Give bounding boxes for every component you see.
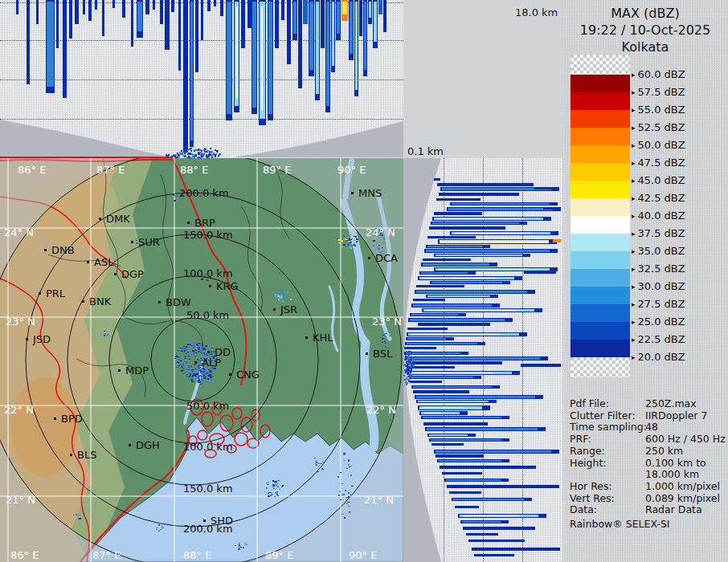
echo-speckle bbox=[343, 244, 346, 246]
echo-speckle bbox=[321, 468, 323, 469]
echo-speckle bbox=[350, 247, 352, 249]
echo-speckle bbox=[378, 245, 380, 246]
echo-speckle bbox=[347, 502, 350, 503]
legend-swatch bbox=[571, 269, 630, 287]
echo-speckle bbox=[266, 483, 268, 483]
echo-speckle bbox=[184, 361, 186, 362]
echo-speckle bbox=[182, 360, 183, 360]
echo-row bbox=[415, 395, 543, 399]
echo-speckle bbox=[190, 369, 191, 370]
echo-speckle bbox=[205, 377, 207, 377]
echo-speckle bbox=[342, 242, 343, 242]
echo-speckle bbox=[174, 195, 175, 196]
echo-speckle bbox=[354, 237, 355, 238]
echo-speckle bbox=[187, 346, 189, 348]
echo-row bbox=[404, 352, 468, 355]
legend-label: ▸55.0 dBZ bbox=[632, 104, 685, 116]
latitude-label: 24° N bbox=[366, 226, 395, 238]
legend-tick-arrow: ▸ bbox=[632, 124, 636, 132]
echo-speckle bbox=[202, 372, 203, 373]
echo-row bbox=[444, 479, 509, 482]
echo-speckle bbox=[184, 356, 186, 356]
echo-speckle bbox=[318, 463, 320, 464]
echo-speckle bbox=[198, 377, 199, 378]
echo-speckle bbox=[207, 280, 209, 281]
echo-speckle bbox=[348, 492, 350, 494]
echo-column bbox=[275, 0, 279, 48]
echo-speckle bbox=[343, 503, 345, 504]
metadata-row: Clutter Filter:IIRDoppler 7 bbox=[570, 410, 727, 422]
echo-row bbox=[426, 245, 490, 248]
metadata-label: Data: bbox=[570, 504, 645, 516]
echo-speckle bbox=[185, 372, 186, 373]
echo-speckle bbox=[348, 464, 350, 466]
echo-speckle bbox=[411, 370, 412, 372]
legend-tick-arrow: ▸ bbox=[632, 336, 636, 344]
echo-speckle bbox=[219, 153, 221, 155]
echo-speckle bbox=[201, 352, 202, 353]
echo-speckle bbox=[322, 462, 324, 462]
echo-speckle bbox=[186, 349, 188, 350]
legend-label: ▸32.5 dBZ bbox=[632, 263, 685, 275]
echo-speckle bbox=[202, 353, 204, 355]
echo-speckle bbox=[178, 154, 179, 156]
metadata-value: 1.000 km/pixel bbox=[645, 481, 720, 493]
echo-speckle bbox=[200, 155, 202, 157]
echo-speckle bbox=[76, 514, 77, 515]
right-cross-section-panel[interactable] bbox=[403, 158, 562, 562]
echo-speckle bbox=[407, 376, 409, 377]
city-dot bbox=[44, 249, 47, 251]
echo-speckle bbox=[280, 297, 283, 298]
echo-speckle bbox=[194, 149, 196, 151]
echo-speckle bbox=[173, 193, 174, 195]
echo-row bbox=[422, 308, 542, 312]
echo-speckle bbox=[211, 352, 212, 353]
echo-row bbox=[411, 385, 500, 389]
echo-speckle bbox=[276, 485, 277, 487]
legend-tick-arrow: ▸ bbox=[632, 71, 636, 79]
echo-speckle bbox=[202, 348, 205, 348]
radar-map-panel[interactable]: 200.0 km150.0 km100.0 km50.0 km50.0 km10… bbox=[0, 158, 403, 562]
city-dot bbox=[368, 257, 370, 259]
echo-speckle bbox=[348, 496, 350, 498]
echo-speckle bbox=[272, 486, 274, 487]
echo-speckle bbox=[198, 365, 200, 366]
echo-speckle bbox=[413, 364, 415, 366]
latitude-label: 23° N bbox=[372, 316, 402, 328]
echo-speckle bbox=[406, 357, 407, 359]
echo-speckle bbox=[104, 335, 105, 336]
echo-speckle bbox=[404, 379, 406, 381]
echo-speckle bbox=[279, 297, 280, 298]
echo-speckle bbox=[409, 361, 411, 363]
echo-speckle bbox=[290, 299, 292, 300]
legend-label: ▸47.5 dBZ bbox=[632, 157, 685, 169]
city-dot bbox=[118, 369, 121, 372]
echo-row bbox=[406, 361, 502, 364]
panel-corner: 18.0 km 0.1 km bbox=[403, 0, 562, 158]
sidebar: MAX (dBZ) 19:22 / 10-Oct-2025 Kolkata ▸6… bbox=[562, 0, 728, 562]
echo-speckle bbox=[194, 356, 197, 356]
metadata-label: Hor Res: bbox=[570, 481, 645, 493]
echo-speckle bbox=[202, 369, 204, 369]
top-cross-section-panel[interactable] bbox=[0, 0, 403, 158]
echo-row bbox=[405, 356, 548, 360]
city-label: KHL bbox=[313, 332, 333, 344]
echo-speckle bbox=[342, 495, 344, 495]
echo-speckle bbox=[412, 367, 414, 369]
echo-speckle bbox=[174, 358, 176, 359]
echo-speckle bbox=[411, 361, 412, 363]
echo-speckle bbox=[193, 352, 195, 352]
city-dot bbox=[203, 519, 206, 522]
legend-swatch bbox=[571, 198, 630, 216]
echo-column bbox=[137, 0, 143, 38]
echo-row bbox=[413, 299, 445, 301]
latitude-label: 22° N bbox=[4, 404, 34, 416]
legend-swatch bbox=[571, 75, 630, 92]
echo-column bbox=[207, 0, 211, 11]
echo-speckle bbox=[342, 246, 343, 247]
echo-row bbox=[543, 207, 559, 210]
echo-column bbox=[234, 0, 239, 112]
echo-row bbox=[436, 198, 481, 201]
echo-speckle bbox=[278, 299, 280, 300]
legend-swatch bbox=[571, 304, 630, 322]
